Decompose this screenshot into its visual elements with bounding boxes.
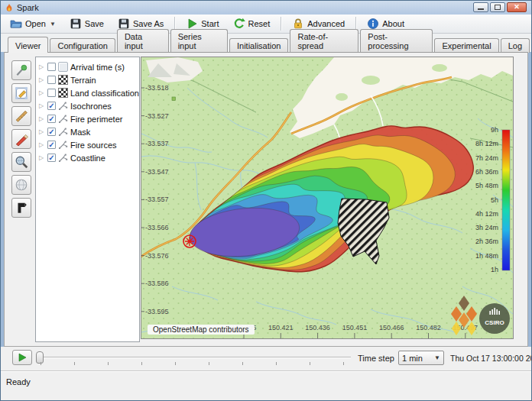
open-button[interactable]: Open ▼ xyxy=(4,15,62,32)
layer-label: Fire perimeter xyxy=(70,115,122,124)
ruler-icon xyxy=(15,109,28,123)
svg-text:-33.537: -33.537 xyxy=(145,140,169,147)
slider-groove[interactable] xyxy=(41,357,351,358)
layer-type-icon xyxy=(58,75,68,85)
save-button[interactable]: Save xyxy=(63,15,110,32)
layer-checkbox[interactable]: ✓ xyxy=(47,102,56,110)
legend-color-bar xyxy=(502,130,510,270)
svg-text:7h 24m: 7h 24m xyxy=(475,154,498,162)
layer-row[interactable]: ▷ ✓ Isochrones xyxy=(37,99,138,112)
app-window: Spark ✕ Open ▼ Save Save As Start Reset xyxy=(0,0,532,401)
viewer-content: ▷ Arrival time (s) ▷ Terrain ▷ Land clas… xyxy=(4,52,528,347)
time-step-value: 1 min xyxy=(402,354,423,363)
expander-icon[interactable]: ▷ xyxy=(39,141,45,148)
expander-icon[interactable]: ▷ xyxy=(39,154,45,161)
layer-type-icon xyxy=(58,114,68,124)
reset-button[interactable]: Reset xyxy=(227,15,277,32)
tab-viewer[interactable]: Viewer xyxy=(8,37,48,53)
map-attribution: OpenStreetMap contributors xyxy=(148,325,255,335)
svg-text:6h 36m: 6h 36m xyxy=(475,168,498,176)
layer-checkbox[interactable] xyxy=(47,89,56,97)
expander-icon[interactable]: ▷ xyxy=(39,89,45,96)
svg-text:8h 12m: 8h 12m xyxy=(475,140,498,147)
globe-icon xyxy=(15,178,28,192)
layer-checkbox[interactable] xyxy=(47,63,56,71)
map-viewport[interactable]: -33.518-33.527-33.537-33.547-33.557-33.5… xyxy=(141,57,514,339)
tab-series-input[interactable]: Series input xyxy=(170,29,228,53)
time-step-select[interactable]: 1 min ▼ xyxy=(398,351,444,365)
expander-icon[interactable]: ▷ xyxy=(39,115,45,122)
svg-text:150.421: 150.421 xyxy=(268,324,294,331)
minimize-button[interactable] xyxy=(473,2,488,12)
edit-domain-tool-button[interactable] xyxy=(11,83,31,103)
layer-panel: ▷ Arrival time (s) ▷ Terrain ▷ Land clas… xyxy=(35,57,140,342)
map-tool-column xyxy=(11,60,31,218)
layer-row[interactable]: ▷ ✓ Fire perimeter xyxy=(37,112,138,125)
tab-bar: ViewerConfigurationData inputSeries inpu… xyxy=(1,34,531,52)
globe-tool-button[interactable] xyxy=(11,175,31,195)
layer-type-icon xyxy=(58,140,68,150)
reset-refresh-icon xyxy=(233,18,245,30)
layer-row[interactable]: ▷ Terrain xyxy=(37,73,138,86)
time-slider[interactable] xyxy=(36,350,351,367)
status-text: Ready xyxy=(6,377,31,386)
layer-row[interactable]: ▷ ✓ Fire sources xyxy=(37,138,138,151)
tab-initialisation[interactable]: Initialisation xyxy=(229,38,288,53)
save-as-floppy-icon xyxy=(118,18,130,30)
close-button[interactable]: ✕ xyxy=(507,2,527,12)
picker-tool-button[interactable] xyxy=(11,60,31,80)
tab-experimental[interactable]: Experimental xyxy=(434,38,498,53)
layer-checkbox[interactable]: ✓ xyxy=(47,115,56,123)
open-label: Open xyxy=(25,19,46,28)
save-floppy-icon xyxy=(70,18,82,30)
tab-configuration[interactable]: Configuration xyxy=(50,38,115,53)
layer-checkbox[interactable]: ✓ xyxy=(47,128,56,136)
expander-icon[interactable]: ▷ xyxy=(39,102,45,109)
play-button[interactable] xyxy=(12,350,32,365)
svg-text:5h: 5h xyxy=(491,196,498,204)
svg-text:-33.547: -33.547 xyxy=(145,168,169,176)
svg-text:1h 48m: 1h 48m xyxy=(475,252,498,260)
svg-text:1h: 1h xyxy=(491,266,498,273)
titlebar[interactable]: Spark ✕ xyxy=(1,1,531,15)
map-canvas: -33.518-33.527-33.537-33.547-33.557-33.5… xyxy=(141,57,513,338)
layer-label: Arrival time (s) xyxy=(70,63,125,72)
layer-label: Fire sources xyxy=(70,141,117,150)
svg-text:-33.586: -33.586 xyxy=(145,280,169,287)
svg-text:4h 12m: 4h 12m xyxy=(475,210,498,218)
layer-row[interactable]: ▷ Arrival time (s) xyxy=(37,60,138,73)
layer-row[interactable]: ▷ Land classification xyxy=(37,86,138,99)
expander-icon[interactable]: ▷ xyxy=(39,76,45,83)
open-dropdown-arrow[interactable]: ▼ xyxy=(50,21,56,27)
svg-text:2h 36m: 2h 36m xyxy=(475,238,498,245)
tab-rate-of-spread[interactable]: Rate-of-spread xyxy=(290,29,358,53)
draw-fire-tool-button[interactable] xyxy=(11,129,31,149)
advanced-label: Advanced xyxy=(307,19,345,28)
expander-icon[interactable]: ▷ xyxy=(39,63,45,70)
svg-text:-33.527: -33.527 xyxy=(145,112,169,120)
measure-tool-button[interactable] xyxy=(11,106,31,126)
svg-text:-33.595: -33.595 xyxy=(145,308,169,315)
slider-ticks xyxy=(41,362,346,366)
tab-log[interactable]: Log xyxy=(501,38,530,53)
set-corner-tool-button[interactable] xyxy=(11,198,31,218)
time-control-bar: Time step 1 min ▼ Thu Oct 17 13:00:00 20… xyxy=(1,347,531,370)
zoom-extent-tool-button[interactable] xyxy=(11,152,31,172)
layer-label: Land classification xyxy=(70,89,139,98)
layer-checkbox[interactable] xyxy=(47,76,56,84)
fire-source-marker xyxy=(183,235,196,247)
layer-row[interactable]: ▷ ✓ Coastline xyxy=(37,151,138,164)
tab-data-input[interactable]: Data input xyxy=(117,29,169,53)
open-folder-icon xyxy=(10,18,22,30)
window-title: Spark xyxy=(17,3,39,12)
maximize-button[interactable] xyxy=(490,2,505,12)
layer-checkbox[interactable]: ✓ xyxy=(47,154,56,162)
layer-type-icon xyxy=(58,62,68,72)
expander-icon[interactable]: ▷ xyxy=(39,128,45,135)
time-step-label: Time step xyxy=(358,354,394,363)
tab-post-processing[interactable]: Post-processing xyxy=(360,29,433,53)
layer-row[interactable]: ▷ ✓ Mask xyxy=(37,125,138,138)
layer-checkbox[interactable]: ✓ xyxy=(47,141,56,149)
current-datetime: Thu Oct 17 13:00:00 2013 GMT+1100 xyxy=(450,354,532,363)
toolbar-separator xyxy=(281,17,281,31)
